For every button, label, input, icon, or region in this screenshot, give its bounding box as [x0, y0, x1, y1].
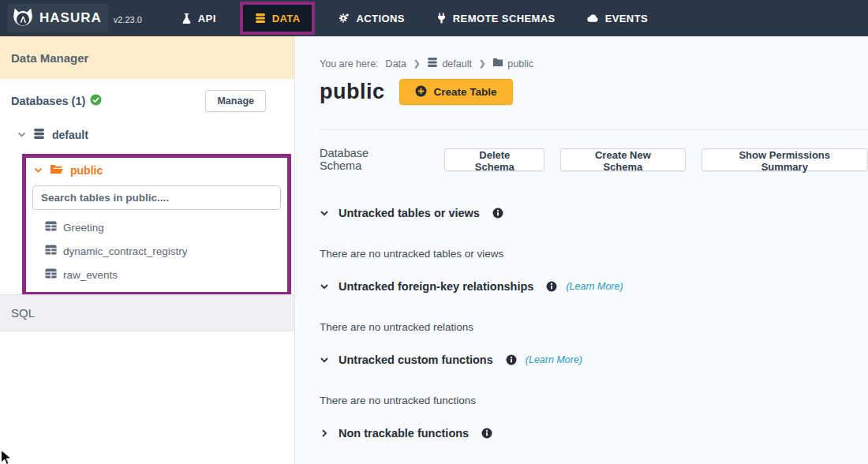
sidebar-item-sql[interactable]: SQL	[0, 294, 294, 331]
plus-circle-icon	[415, 85, 427, 99]
gear-icon	[339, 13, 350, 24]
learn-more-link[interactable]: (Learn More)	[526, 354, 582, 365]
database-name-label: default	[52, 129, 88, 141]
database-schema-row: Database Schema Delete Schema Create New…	[320, 147, 868, 172]
hasura-logo-icon	[11, 6, 35, 30]
delete-schema-button[interactable]: Delete Schema	[444, 148, 544, 171]
nav-item-label: DATA	[272, 13, 301, 24]
nav-items: API DATA ACTIONS	[166, 0, 664, 36]
chevron-down-icon[interactable]	[17, 129, 26, 141]
breadcrumb-public[interactable]: public	[492, 58, 533, 69]
sidebar-item-public-schema[interactable]: public	[26, 161, 287, 177]
show-permissions-summary-button[interactable]: Show Permissions Summary	[702, 148, 868, 171]
section-title: Untracked custom functions	[339, 354, 493, 366]
section-title: Untracked foreign-key relationships	[339, 280, 533, 293]
section-non-trackable-functions[interactable]: Non trackable functions	[320, 427, 868, 440]
divider	[320, 129, 868, 130]
breadcrumb-schema-label: public	[507, 58, 533, 69]
chevron-right-icon: ❯	[413, 59, 420, 68]
data-manager-title: Data Manager	[11, 51, 88, 65]
breadcrumb: You are here: Data ❯ default ❯ public	[320, 57, 868, 70]
chevron-down-icon[interactable]	[320, 282, 329, 291]
chevron-right-icon: ❯	[479, 59, 485, 68]
chevron-right-icon[interactable]	[320, 428, 329, 438]
table-name-label: dynamic_contract_registry	[63, 245, 188, 257]
cloud-icon	[587, 13, 599, 23]
sidebar-item-table-dynamic-contract-registry[interactable]: dynamic_contract_registry	[26, 245, 287, 257]
info-icon[interactable]	[481, 428, 492, 439]
nav-item-label: EVENTS	[605, 13, 648, 24]
nav-item-events[interactable]: EVENTS	[571, 0, 664, 36]
mouse-cursor	[0, 449, 13, 464]
data-manager-header: Data Manager	[0, 36, 294, 79]
databases-label: Databases (1)	[11, 94, 102, 108]
nav-item-data[interactable]: DATA	[240, 2, 316, 35]
data-sidebar: Data Manager Databases (1) Manage defaul	[0, 36, 295, 464]
table-name-label: raw_events	[63, 269, 118, 281]
create-table-button[interactable]: Create Table	[399, 79, 513, 105]
folder-open-icon	[50, 164, 63, 177]
version-label: v2.23.0	[114, 15, 142, 24]
top-navbar: HASURA v2.23.0 API DATA	[0, 0, 868, 36]
info-icon[interactable]	[506, 354, 517, 365]
section-title: Untracked tables or views	[339, 207, 480, 219]
database-schema-label: Database Schema	[320, 147, 412, 172]
manage-button[interactable]: Manage	[205, 90, 266, 112]
nav-item-label: REMOTE SCHEMAS	[453, 13, 556, 24]
breadcrumb-database-label: default	[442, 58, 472, 69]
section-untracked-fk-relationships[interactable]: Untracked foreign-key relationships (Lea…	[320, 280, 868, 293]
table-icon	[45, 221, 57, 234]
learn-more-link[interactable]: (Learn More)	[566, 281, 623, 292]
section-untracked-custom-functions[interactable]: Untracked custom functions (Learn More)	[320, 354, 868, 366]
breadcrumb-default[interactable]: default	[427, 57, 472, 70]
nav-item-actions[interactable]: ACTIONS	[323, 0, 420, 36]
database-icon	[33, 128, 45, 142]
section-title: Non trackable functions	[339, 427, 469, 440]
database-icon	[255, 13, 266, 24]
databases-count: Databases (1)	[11, 95, 85, 107]
sidebar-item-default-db[interactable]: default	[0, 120, 294, 147]
page-title: public	[320, 80, 385, 104]
chevron-down-icon[interactable]	[320, 208, 329, 218]
create-table-label: Create Table	[434, 86, 497, 98]
table-icon	[45, 245, 57, 257]
sidebar-item-table-raw-events[interactable]: raw_events	[26, 268, 287, 281]
sidebar-item-table-greeting[interactable]: Greeting	[26, 221, 287, 234]
hasura-console: HASURA v2.23.0 API DATA	[0, 0, 868, 464]
nav-item-api[interactable]: API	[166, 0, 232, 36]
info-icon[interactable]	[546, 281, 557, 292]
database-icon	[427, 57, 438, 70]
chevron-down-icon[interactable]	[320, 355, 329, 365]
check-circle-icon	[90, 94, 102, 108]
flask-icon	[181, 13, 192, 24]
create-new-schema-button[interactable]: Create New Schema	[560, 148, 685, 171]
nav-item-label: API	[198, 13, 216, 24]
table-icon	[45, 268, 57, 281]
databases-row: Databases (1) Manage	[0, 79, 294, 120]
table-name-label: Greeting	[63, 222, 104, 234]
logo-text: HASURA	[39, 10, 102, 26]
chevron-down-icon[interactable]	[34, 164, 43, 177]
schema-name-label: public	[70, 164, 103, 177]
breadcrumb-prefix: You are here:	[320, 58, 379, 69]
sql-label: SQL	[11, 306, 35, 320]
section-untracked-tables[interactable]: Untracked tables or views	[320, 207, 868, 219]
nav-item-remote-schemas[interactable]: REMOTE SCHEMAS	[421, 0, 571, 36]
info-icon[interactable]	[492, 208, 503, 219]
hasura-logo[interactable]: HASURA	[8, 4, 108, 32]
nav-item-label: ACTIONS	[356, 13, 404, 24]
search-tables-input[interactable]	[32, 185, 281, 210]
main-content: You are here: Data ❯ default ❯ public pu…	[296, 36, 868, 464]
folder-icon	[492, 58, 503, 69]
plug-icon	[436, 13, 447, 24]
title-row: public Create Table	[320, 79, 868, 105]
empty-message-functions: There are no untracked functions	[320, 395, 868, 406]
empty-message-relations: There are no untracked relations	[320, 321, 868, 333]
breadcrumb-data[interactable]: Data	[386, 58, 406, 69]
annotation-box-public-schema: public Greeting dynamic_c	[22, 154, 291, 296]
empty-message-tables: There are no untracked tables or views	[320, 248, 868, 260]
